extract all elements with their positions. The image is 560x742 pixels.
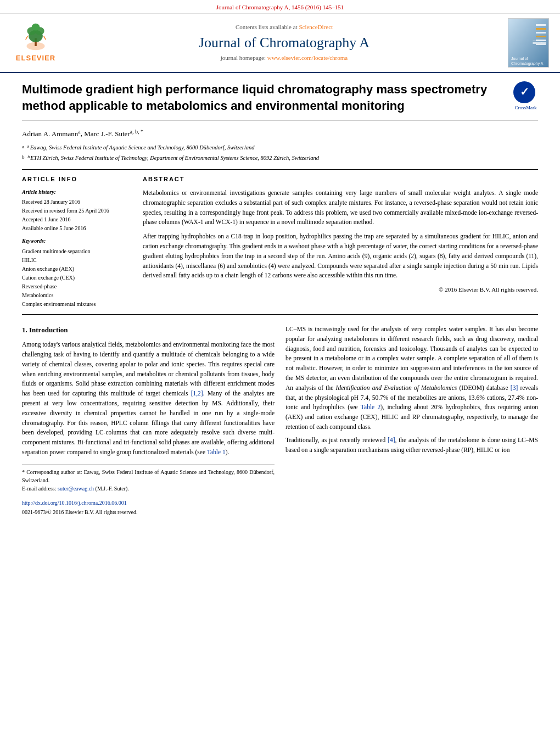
elsevier-tree-icon [19, 22, 52, 52]
journal-citation-text: Journal of Chromatography A, 1456 (2016)… [216, 4, 344, 10]
ref-1-2[interactable]: [1,2] [191, 390, 203, 397]
journal-cover-image: Journal of Chromatography A [508, 18, 549, 68]
ideom-italic: Identification and Evaluation of Metabol… [336, 384, 457, 391]
svg-rect-10 [536, 28, 546, 30]
svg-rect-14 [536, 43, 546, 45]
table-2-ref[interactable]: Table 2 [361, 404, 381, 410]
journal-citation-bar: Journal of Chromatography A, 1456 (2016)… [0, 0, 560, 14]
keyword-1: Gradient multimode separation [22, 247, 132, 256]
journal-homepage-line: journal homepage: www.elsevier.com/locat… [66, 54, 502, 63]
svg-rect-12 [536, 36, 546, 37]
abstract-copyright: © 2016 Elsevier B.V. All rights reserved… [143, 285, 538, 294]
doi-section: http://dx.doi.org/10.1016/j.chroma.2016.… [22, 498, 275, 516]
ref-4[interactable]: [4] [388, 437, 395, 443]
footnote-section: * Corresponding author at: Eawag, Swiss … [22, 464, 275, 493]
cover-svg: Journal of Chromatography A [508, 19, 549, 68]
article-info-col: ARTICLE INFO Article history: Received 2… [22, 175, 132, 309]
intro-para2: LC–MS is increasingly used for the analy… [285, 325, 538, 432]
article-info-heading: ARTICLE INFO [22, 175, 132, 184]
svg-line-6 [26, 36, 28, 40]
keyword-2: HILIC [22, 256, 132, 265]
article-main: Multimode gradient high performance liqu… [0, 73, 560, 527]
authors-line: Adrian A. Ammanna, Marc J.-F. Sutera, b,… [22, 127, 538, 139]
intro-para1: Among today's various analytical fields,… [22, 340, 275, 458]
article-title-section: Multimode gradient high performance liqu… [22, 81, 538, 121]
journal-title: Journal of Chromatography A [66, 34, 502, 51]
crossmark-icon: ✓ [513, 81, 535, 103]
svg-rect-13 [536, 40, 546, 41]
received-date: Received 28 January 2016 [22, 198, 132, 207]
intro-heading: 1. Introduction [22, 325, 275, 336]
affiliation-b: b ᵇ ETH Zürich, Swiss Federal Institute … [22, 154, 538, 163]
accepted-date: Accepted 1 June 2016 [22, 215, 132, 224]
keywords-label: Keywords: [22, 237, 132, 246]
elsevier-brand-text: ELSEVIER [16, 53, 55, 64]
svg-text:Journal of: Journal of [511, 57, 528, 60]
article-title: Multimode gradient high performance liqu… [22, 81, 505, 114]
svg-text:Chromatography A: Chromatography A [511, 62, 544, 66]
author-2: Marc J.-F. Sutera, b, * [84, 130, 143, 138]
info-abstract-section: ARTICLE INFO Article history: Received 2… [22, 169, 538, 315]
received-revised-date: Received in revised form 25 April 2016 [22, 207, 132, 215]
journal-header-center: Contents lists available at ScienceDirec… [66, 23, 502, 62]
svg-rect-9 [536, 24, 546, 26]
journal-header: ELSEVIER Contents lists available at Sci… [0, 14, 560, 73]
keyword-5: Reversed-phase [22, 282, 132, 291]
available-date: Available online 5 June 2016 [22, 224, 132, 233]
svg-line-7 [44, 36, 46, 40]
keyword-6: Metabolomics [22, 291, 132, 300]
doi-link[interactable]: http://dx.doi.org/10.1016/j.chroma.2016.… [22, 500, 127, 506]
history-label: Article history: [22, 188, 132, 197]
affiliations: a ᵃ Eawag, Swiss Federal Institute of Aq… [22, 143, 538, 163]
history-subsection: Article history: Received 28 January 201… [22, 188, 132, 233]
issn-copyright: 0021-9673/© 2016 Elsevier B.V. All right… [22, 508, 275, 517]
ref-3[interactable]: [3] [511, 384, 518, 391]
body-right-col: LC–MS is increasingly used for the analy… [285, 325, 538, 516]
corresponding-footnote: * Corresponding author at: Eawag, Swiss … [22, 468, 275, 484]
keywords-subsection: Keywords: Gradient multimode separation … [22, 237, 132, 309]
intro-para3: Traditionally, as just recently reviewed… [285, 436, 538, 455]
homepage-url[interactable]: www.elsevier.com/locate/chroma [267, 54, 348, 61]
abstract-para2: After trapping hydrophobics on a C18-tra… [143, 232, 538, 281]
cover-thumbnail: Journal of Chromatography A [508, 18, 549, 68]
sciencedirect-link[interactable]: ScienceDirect [299, 24, 333, 30]
body-left-col: 1. Introduction Among today's various an… [22, 325, 275, 516]
crossmark-badge: ✓ CrossMark [513, 81, 538, 111]
keyword-7: Complex environmental mixtures [22, 300, 132, 309]
svg-point-5 [32, 24, 40, 31]
table-1-ref[interactable]: Table 1 [207, 449, 226, 455]
affiliation-a: a ᵃ Eawag, Swiss Federal Institute of Aq… [22, 143, 538, 152]
crossmark-label: CrossMark [513, 104, 538, 111]
abstract-body: Metabolomics or environmental investigat… [143, 188, 538, 294]
keyword-4: Cation exchange (CEX) [22, 274, 132, 282]
elsevier-logo: ELSEVIER [11, 22, 60, 64]
body-section: 1. Introduction Among today's various an… [22, 325, 538, 516]
author-1: Adrian A. Ammanna [22, 130, 81, 138]
abstract-para1: Metabolomics or environmental investigat… [143, 188, 538, 227]
email-link[interactable]: suter@eawag.ch [58, 486, 94, 492]
abstract-heading: ABSTRACT [143, 175, 538, 184]
email-footnote: E-mail address: suter@eawag.ch (M.J.-F. … [22, 484, 275, 493]
abstract-col: ABSTRACT Metabolomics or environmental i… [143, 175, 538, 309]
contents-available-line: Contents lists available at ScienceDirec… [66, 23, 502, 32]
keyword-3: Anion exchange (AEX) [22, 265, 132, 274]
svg-rect-11 [536, 32, 546, 34]
